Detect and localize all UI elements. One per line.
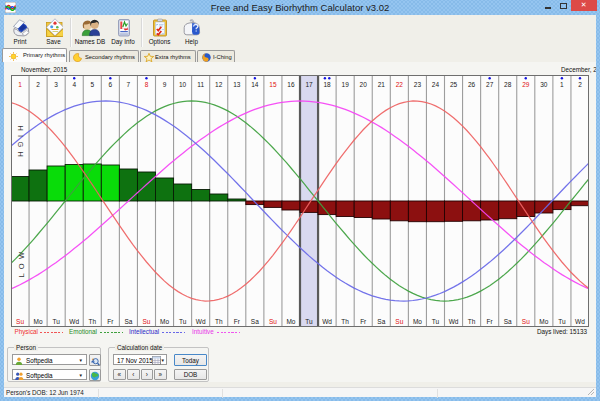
svg-text:Wd: Wd [322,318,332,325]
svg-text:Fr: Fr [487,318,494,325]
svg-text:Wd: Wd [575,318,585,325]
svg-text:Th: Th [341,318,349,325]
svg-text:Wd: Wd [196,318,206,325]
svg-text:Mo: Mo [539,318,548,325]
svg-text:2: 2 [36,81,40,88]
svg-text:HIGH: HIGH [16,125,25,161]
svg-text:Sa: Sa [377,318,385,325]
svg-text:9: 9 [163,81,167,88]
svg-text:Tu: Tu [432,318,440,325]
svg-text:Su: Su [16,318,24,325]
svg-text:24: 24 [432,81,440,88]
svg-text:1: 1 [18,81,22,88]
svg-text:Su: Su [142,318,150,325]
svg-text:Fr: Fr [107,318,114,325]
svg-text:Th: Th [215,318,223,325]
svg-text:29: 29 [522,81,530,88]
svg-text:Mo: Mo [286,318,295,325]
svg-text:Su: Su [522,318,530,325]
svg-text:21: 21 [378,81,386,88]
svg-text:Fr: Fr [234,318,241,325]
svg-text:Th: Th [468,318,476,325]
svg-text:Fr: Fr [360,318,367,325]
svg-text:22: 22 [396,81,404,88]
svg-text:Wd: Wd [69,318,79,325]
svg-text:18: 18 [323,81,331,88]
svg-text:10: 10 [179,81,187,88]
svg-text:Sa: Sa [124,318,132,325]
svg-text:Wd: Wd [449,318,459,325]
svg-text:27: 27 [486,81,494,88]
svg-text:25: 25 [450,81,458,88]
svg-text:19: 19 [342,81,350,88]
svg-text:14: 14 [251,81,259,88]
svg-text:Tu: Tu [305,318,313,325]
svg-text:16: 16 [287,81,295,88]
svg-text:Tu: Tu [52,318,60,325]
svg-text:26: 26 [468,81,476,88]
svg-text:Tu: Tu [558,318,566,325]
svg-text:12: 12 [215,81,223,88]
svg-text:11: 11 [197,81,204,88]
svg-text:6: 6 [109,81,113,88]
svg-text:7: 7 [127,81,131,88]
svg-text:Sa: Sa [504,318,512,325]
svg-text:1: 1 [560,81,564,88]
svg-text:30: 30 [540,81,548,88]
svg-text:LOW: LOW [17,247,26,277]
svg-text:Mo: Mo [160,318,169,325]
svg-text:Tu: Tu [179,318,187,325]
svg-text:Mo: Mo [34,318,43,325]
svg-text:5: 5 [90,81,94,88]
svg-text:Mo: Mo [413,318,422,325]
svg-text:15: 15 [269,81,277,88]
svg-text:2: 2 [578,81,582,88]
svg-text:3: 3 [54,81,58,88]
svg-text:Sa: Sa [251,318,259,325]
svg-text:8: 8 [145,81,149,88]
svg-text:17: 17 [305,81,313,88]
svg-text:4: 4 [72,81,76,88]
svg-text:13: 13 [233,81,241,88]
svg-text:20: 20 [360,81,368,88]
svg-text:Su: Su [395,318,403,325]
svg-text:Th: Th [88,318,96,325]
svg-text:23: 23 [414,81,422,88]
svg-text:28: 28 [504,81,512,88]
svg-text:Su: Su [269,318,277,325]
